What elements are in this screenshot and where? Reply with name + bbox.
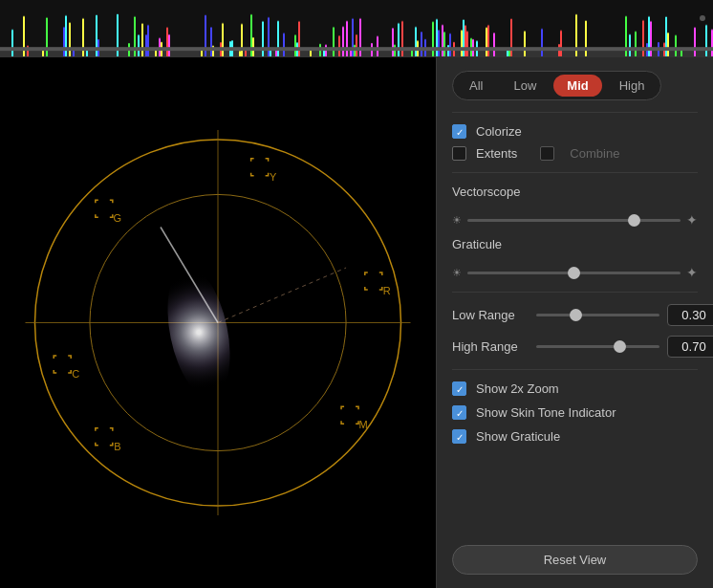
vs-sun-dim-icon: ☀ — [452, 214, 462, 227]
slider-section: Vectorscope ☀ ✦ Graticule ☀ ✦ — [452, 185, 698, 280]
high-range-label: High Range — [452, 339, 529, 354]
vectorscope-slider[interactable] — [467, 219, 681, 222]
show-2x-zoom-label[interactable]: Show 2x Zoom — [476, 381, 559, 396]
tab-high[interactable]: High — [606, 75, 659, 97]
range-section: Low Range High Range — [452, 304, 698, 358]
high-range-row: High Range — [452, 336, 698, 358]
tab-group: All Low Mid High — [452, 71, 661, 100]
show-options-group: Show 2x Zoom Show Skin Tone Indicator Sh… — [452, 381, 698, 444]
show-skin-tone-label[interactable]: Show Skin Tone Indicator — [476, 405, 616, 420]
divider-1 — [452, 112, 698, 113]
graticule-label: Graticule — [452, 237, 698, 251]
grat-sun-dim-icon: ☀ — [452, 267, 462, 279]
show-skin-tone-row: Show Skin Tone Indicator — [452, 405, 698, 420]
extents-checkbox[interactable] — [452, 146, 466, 161]
show-2x-zoom-checkbox[interactable] — [452, 381, 466, 396]
colorize-row: Colorize — [452, 124, 698, 139]
extents-label[interactable]: Extents — [476, 146, 517, 161]
reset-view-button[interactable]: Reset View — [452, 545, 698, 575]
high-range-slider[interactable] — [536, 345, 659, 348]
graticule-slider[interactable] — [467, 272, 681, 274]
vectorscope-display — [0, 57, 436, 588]
vectorscope-canvas — [0, 57, 436, 588]
high-range-value[interactable] — [667, 336, 713, 358]
combine-label[interactable]: Combine — [570, 146, 619, 161]
graticule-slider-row: ☀ ✦ — [452, 265, 698, 280]
checkbox-group-top: Colorize Extents Combine — [452, 124, 698, 161]
low-range-slider-container — [536, 314, 659, 316]
colorize-checkbox[interactable] — [452, 124, 466, 139]
waveform-canvas — [0, 0, 713, 56]
low-range-row: Low Range — [452, 304, 698, 326]
divider-4 — [452, 369, 698, 370]
low-range-slider[interactable] — [536, 314, 659, 316]
show-skin-tone-checkbox[interactable] — [452, 405, 466, 420]
main-area: All Low Mid High Colorize Extents Combin… — [0, 57, 713, 588]
combine-group: Combine — [540, 146, 619, 161]
extents-row: Extents Combine — [452, 146, 698, 161]
colorize-label[interactable]: Colorize — [476, 124, 522, 139]
show-graticule-row: Show Graticule — [452, 429, 698, 444]
show-graticule-label[interactable]: Show Graticule — [476, 429, 560, 444]
divider-2 — [452, 172, 698, 173]
tab-mid[interactable]: Mid — [553, 75, 601, 97]
tab-low[interactable]: Low — [500, 75, 550, 97]
divider-3 — [452, 292, 698, 293]
vectorscope-label: Vectorscope — [452, 185, 698, 199]
combine-checkbox[interactable] — [540, 146, 554, 161]
extents-checkbox-row: Extents — [452, 146, 517, 161]
high-range-slider-container — [536, 345, 659, 348]
show-graticule-checkbox[interactable] — [452, 429, 466, 444]
low-range-value[interactable] — [667, 304, 713, 326]
vectorscope-slider-row: ☀ ✦ — [452, 212, 698, 228]
low-range-label: Low Range — [452, 308, 529, 322]
controls-panel: All Low Mid High Colorize Extents Combin… — [436, 57, 713, 588]
grat-sun-bright-icon: ✦ — [686, 265, 698, 280]
tab-all[interactable]: All — [456, 75, 496, 97]
show-2x-zoom-row: Show 2x Zoom — [452, 381, 698, 396]
top-waveform — [0, 0, 713, 57]
vs-sun-bright-icon: ✦ — [686, 212, 698, 228]
